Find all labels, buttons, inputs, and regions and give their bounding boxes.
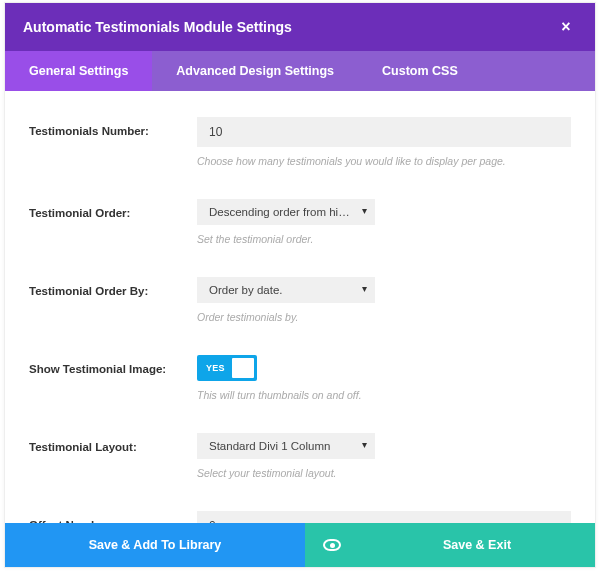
field-offset-number: Offset Number: Choose how many testimoni… bbox=[29, 511, 571, 523]
eye-icon bbox=[323, 539, 341, 551]
field-show-testimonial-image: Show Testimonial Image: YES This will tu… bbox=[29, 355, 571, 401]
save-and-exit-button[interactable]: Save & Exit bbox=[359, 523, 595, 567]
modal-title: Automatic Testimonials Module Settings bbox=[23, 19, 292, 35]
field-testimonial-order-by: Testimonial Order By: Order by date. Ord… bbox=[29, 277, 571, 323]
field-hint: Choose how many testimonials you would l… bbox=[197, 155, 571, 167]
modal-header: Automatic Testimonials Module Settings × bbox=[5, 3, 595, 51]
field-hint: Set the testimonial order. bbox=[197, 233, 571, 245]
testimonial-order-select[interactable]: Descending order from highest to lowe bbox=[197, 199, 375, 225]
field-hint: This will turn thumbnails on and off. bbox=[197, 389, 571, 401]
testimonials-number-input[interactable] bbox=[197, 117, 571, 147]
settings-modal: Automatic Testimonials Module Settings ×… bbox=[4, 2, 596, 568]
field-label: Offset Number: bbox=[29, 511, 197, 523]
field-label: Testimonial Order By: bbox=[29, 277, 197, 297]
tab-general-settings[interactable]: General Settings bbox=[5, 51, 152, 91]
field-label: Testimonial Order: bbox=[29, 199, 197, 219]
testimonial-order-by-select[interactable]: Order by date. bbox=[197, 277, 375, 303]
preview-button[interactable] bbox=[305, 523, 359, 567]
field-label: Show Testimonial Image: bbox=[29, 355, 197, 375]
offset-number-input[interactable] bbox=[197, 511, 571, 523]
tab-custom-css[interactable]: Custom CSS bbox=[358, 51, 482, 91]
field-hint: Select your testimonial layout. bbox=[197, 467, 571, 479]
save-add-to-library-button[interactable]: Save & Add To Library bbox=[5, 523, 305, 567]
tab-advanced-design-settings[interactable]: Advanced Design Settings bbox=[152, 51, 358, 91]
field-testimonial-layout: Testimonial Layout: Standard Divi 1 Colu… bbox=[29, 433, 571, 479]
testimonial-layout-select[interactable]: Standard Divi 1 Column bbox=[197, 433, 375, 459]
modal-footer: Save & Add To Library Save & Exit bbox=[5, 523, 595, 567]
field-testimonials-number: Testimonials Number: Choose how many tes… bbox=[29, 117, 571, 167]
close-icon[interactable]: × bbox=[555, 16, 577, 38]
field-label: Testimonial Layout: bbox=[29, 433, 197, 453]
toggle-label: YES bbox=[197, 363, 225, 373]
content-area: Testimonials Number: Choose how many tes… bbox=[5, 91, 595, 523]
toggle-knob bbox=[232, 358, 254, 378]
field-label: Testimonials Number: bbox=[29, 117, 197, 137]
show-image-toggle[interactable]: YES bbox=[197, 355, 257, 381]
tabs: General Settings Advanced Design Setting… bbox=[5, 51, 595, 91]
field-hint: Order testimonials by. bbox=[197, 311, 571, 323]
field-testimonial-order: Testimonial Order: Descending order from… bbox=[29, 199, 571, 245]
